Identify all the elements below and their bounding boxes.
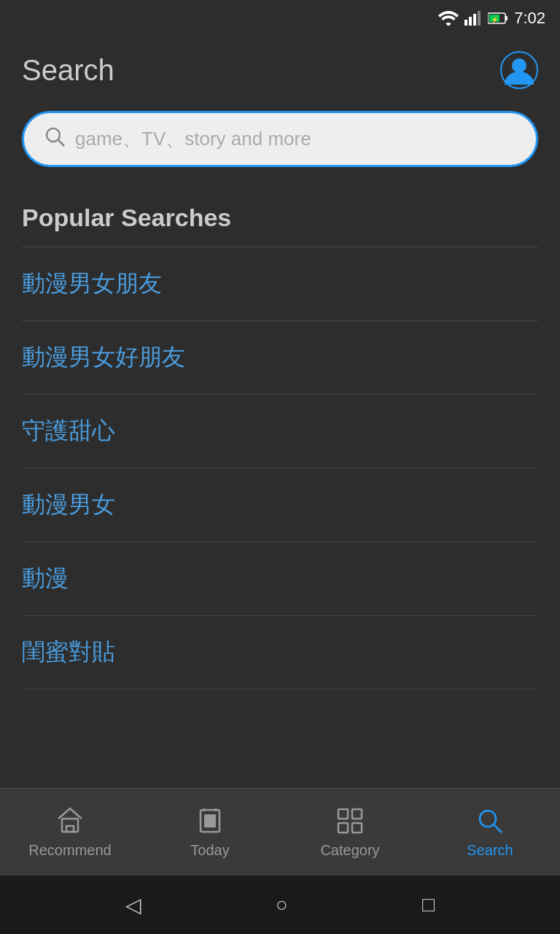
popular-search-item-2[interactable]: 動漫男女好朋友: [22, 321, 538, 395]
svg-rect-15: [204, 814, 216, 827]
svg-line-23: [494, 825, 502, 833]
page-title: Search: [22, 54, 114, 87]
system-nav-bar: ◁ ○ □: [0, 876, 560, 934]
today-icon: [195, 806, 225, 836]
user-avatar-icon[interactable]: [500, 51, 538, 89]
search-container: game、TV、story and more: [0, 104, 560, 189]
wifi-icon: [438, 11, 459, 26]
svg-rect-19: [352, 809, 362, 819]
popular-search-item-6[interactable]: 閨蜜對貼: [22, 616, 538, 690]
svg-rect-5: [505, 16, 508, 20]
svg-point-9: [512, 58, 526, 73]
nav-label-today: Today: [190, 842, 229, 859]
popular-search-item-3[interactable]: 守護甜心: [22, 395, 538, 468]
nav-label-category: Category: [320, 842, 379, 859]
svg-line-11: [58, 140, 64, 146]
status-icons: ⚡ 7:02: [438, 9, 545, 28]
home-button[interactable]: ○: [276, 893, 288, 916]
nav-item-category[interactable]: Category: [280, 806, 420, 859]
nav-label-recommend: Recommend: [28, 842, 111, 859]
popular-searches-title: Popular Searches: [22, 204, 538, 232]
popular-search-item-4[interactable]: 動漫男女: [22, 468, 538, 542]
popular-search-item-1[interactable]: 動漫男女朋友: [22, 247, 538, 321]
svg-rect-21: [352, 823, 362, 833]
svg-text:⚡: ⚡: [491, 15, 499, 24]
recents-button[interactable]: □: [422, 893, 435, 916]
nav-item-search[interactable]: Search: [420, 806, 560, 859]
popular-searches-list: 動漫男女朋友動漫男女好朋友守護甜心動漫男女動漫閨蜜對貼: [22, 247, 538, 690]
status-time: 7:02: [514, 9, 545, 28]
nav-item-recommend[interactable]: Recommend: [0, 806, 140, 859]
svg-rect-20: [338, 823, 348, 833]
home-icon: [55, 806, 85, 836]
svg-point-22: [480, 811, 496, 827]
nav-item-today[interactable]: Today: [140, 806, 280, 859]
signal-icon: [464, 11, 482, 26]
header: Search: [0, 36, 560, 104]
battery-icon: ⚡: [488, 12, 508, 25]
svg-rect-18: [338, 809, 348, 819]
search-box[interactable]: game、TV、story and more: [22, 111, 538, 167]
category-icon: [335, 806, 365, 836]
nav-label-search: Search: [467, 842, 513, 859]
bottom-nav: Recommend Today Category Search: [0, 788, 560, 876]
svg-rect-2: [473, 14, 476, 26]
popular-search-item-5[interactable]: 動漫: [22, 542, 538, 616]
svg-rect-0: [464, 20, 467, 26]
search-icon: [44, 126, 65, 152]
status-bar: ⚡ 7:02: [0, 0, 560, 36]
svg-rect-13: [66, 826, 74, 832]
search-placeholder-text: game、TV、story and more: [75, 126, 311, 152]
svg-rect-1: [469, 17, 472, 26]
svg-rect-3: [478, 11, 481, 26]
popular-searches-section: Popular Searches 動漫男女朋友動漫男女好朋友守護甜心動漫男女動漫…: [0, 189, 560, 788]
svg-point-10: [47, 128, 60, 142]
back-button[interactable]: ◁: [125, 893, 141, 917]
search-nav-icon: [475, 806, 505, 836]
